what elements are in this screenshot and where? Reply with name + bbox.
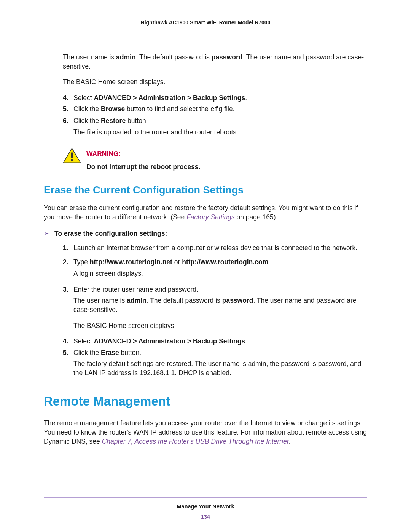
link-chapter-7[interactable]: Chapter 7, Access the Router's USB Drive… (102, 438, 289, 445)
text: button. (126, 117, 148, 125)
footer-rule (44, 497, 367, 498)
text-bold: Erase (101, 349, 119, 356)
text: Click the (73, 117, 101, 125)
steps-block-b: 1. Launch an Internet browser from a com… (63, 244, 367, 378)
step-b2: 2. Type http://www.routerlogin.net or ht… (63, 258, 367, 267)
step-number: 4. (63, 94, 73, 103)
text: Click the (73, 349, 101, 356)
step-b4: 4. Select ADVANCED > Administration > Ba… (63, 337, 367, 346)
text: button. (119, 349, 141, 356)
svg-point-2 (71, 159, 73, 161)
step-b3: 3. Enter the router user name and passwo… (63, 285, 367, 294)
warning-body: Do not interrupt the reboot process. (86, 163, 200, 172)
text: Select (73, 337, 94, 345)
warning-label: WARNING: (86, 150, 200, 159)
erase-intro: You can erase the current configuration … (44, 204, 367, 222)
step-body: Select ADVANCED > Administration > Backu… (73, 94, 367, 103)
step-5: 5. Click the Browse button to find and s… (63, 105, 367, 114)
svg-rect-1 (71, 152, 73, 158)
intro-block: The user name is admin. The default pass… (63, 53, 367, 87)
text: . (245, 94, 247, 102)
text: Click the (73, 105, 101, 113)
text: on page 165). (235, 213, 278, 221)
step-number: 3. (63, 285, 73, 294)
step-body: Enter the router user name and password. (73, 285, 367, 294)
step-number: 4. (63, 337, 73, 346)
warning-block: WARNING: Do not interrupt the reboot pro… (63, 147, 367, 171)
text: The user name is (73, 297, 127, 304)
text: or (172, 258, 182, 266)
document-page: Nighthawk AC1900 Smart WiFi Router Model… (0, 0, 411, 532)
task-heading: ➢ To erase the configuration settings: (44, 229, 367, 238)
link-factory-settings[interactable]: Factory Settings (186, 213, 234, 221)
step-4: 4. Select ADVANCED > Administration > Ba… (63, 94, 367, 103)
text: . (245, 337, 247, 345)
step-6: 6. Click the Restore button. (63, 117, 367, 126)
text: . The default password is (136, 53, 212, 61)
footer-page-number: 134 (44, 513, 367, 521)
step-number: 6. (63, 117, 73, 126)
page-footer: Manage Your Network 134 (44, 497, 367, 521)
footer-title: Manage Your Network (44, 503, 367, 511)
heading-erase: Erase the Current Configuration Settings (44, 183, 367, 197)
step-body: Select ADVANCED > Administration > Backu… (73, 337, 367, 346)
warning-icon (63, 147, 83, 167)
document-header: Nighthawk AC1900 Smart WiFi Router Model… (44, 19, 367, 26)
text: button to find and select the (125, 105, 210, 113)
text: . (268, 258, 270, 266)
step-b3-sub1: The user name is admin. The default pass… (73, 296, 367, 314)
step-body: Click the Restore button. (73, 117, 367, 126)
text: . The default password is (147, 297, 222, 304)
text-bold: ADVANCED > Administration > Backup Setti… (94, 94, 245, 102)
step-body: Click the Erase button. (73, 348, 367, 358)
step-b2-sub: A login screen displays. (73, 269, 367, 278)
step-b5: 5. Click the Erase button. (63, 348, 367, 358)
text: . (289, 438, 291, 445)
warning-box: WARNING: Do not interrupt the reboot pro… (63, 147, 367, 171)
step-b5-sub: The factory default settings are restore… (73, 359, 367, 377)
heading-remote-management: Remote Management (44, 393, 367, 410)
task-title: To erase the configuration settings: (54, 229, 167, 238)
intro-paragraph-2: The BASIC Home screen displays. (63, 78, 367, 87)
intro-paragraph-1: The user name is admin. The default pass… (63, 53, 367, 71)
warning-text: WARNING: Do not interrupt the reboot pro… (86, 150, 200, 171)
step-6-sub: The file is uploaded to the router and t… (73, 128, 367, 137)
remote-paragraph: The remote management feature lets you a… (44, 419, 367, 446)
text-bold: Restore (101, 117, 126, 125)
text: Type (73, 258, 90, 266)
step-number: 2. (63, 258, 73, 267)
step-b3-sub2: The BASIC Home screen displays. (73, 321, 367, 331)
text-bold: ADVANCED > Administration > Backup Setti… (94, 337, 245, 345)
step-b1: 1. Launch an Internet browser from a com… (63, 244, 367, 253)
text-bold: Browse (101, 105, 125, 113)
step-number: 5. (63, 105, 73, 114)
step-number: 1. (63, 244, 73, 253)
step-body: Type http://www.routerlogin.net or http:… (73, 258, 367, 267)
step-body: Click the Browse button to find and sele… (73, 105, 367, 114)
text-bold: admin (127, 297, 147, 304)
text-bold: admin (116, 53, 136, 61)
text: Select (73, 94, 94, 102)
text: The user name is (63, 53, 116, 61)
text-bold: http://www.routerlogin.com (182, 258, 268, 266)
text-bold: password (212, 53, 243, 61)
steps-block-a: 4. Select ADVANCED > Administration > Ba… (63, 94, 367, 137)
chevron-icon: ➢ (44, 229, 54, 238)
step-number: 5. (63, 348, 73, 358)
step-body: Launch an Internet browser from a comput… (73, 244, 367, 253)
text: file. (222, 105, 234, 113)
text-bold: password (222, 297, 253, 304)
text-mono: cfg (210, 105, 223, 113)
text-bold: http://www.routerlogin.net (90, 258, 172, 266)
